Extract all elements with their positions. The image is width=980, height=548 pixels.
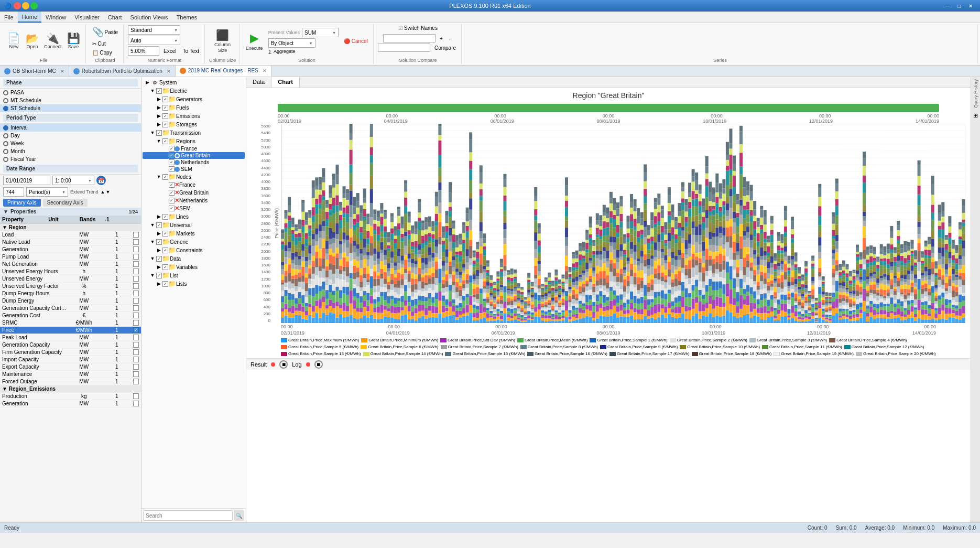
data-tab[interactable]: Data xyxy=(246,77,271,88)
prop-load[interactable]: LoadMW1 xyxy=(0,231,141,239)
constraints-check[interactable] xyxy=(162,248,168,253)
menu-file[interactable]: File xyxy=(0,12,18,23)
pasa-row[interactable]: PASA xyxy=(0,89,141,96)
tab-close-gb[interactable]: ✕ xyxy=(60,69,64,74)
storages-expand[interactable]: ▶ xyxy=(155,122,162,127)
tab-close-2019mc[interactable]: ✕ xyxy=(263,68,267,73)
compare-input1[interactable] xyxy=(383,34,435,42)
prop-export-cap[interactable]: Export CapacityMW1 xyxy=(0,363,141,371)
menu-visualizer[interactable]: Visualizer xyxy=(70,12,104,23)
tree-nodes-france[interactable]: ✕ France xyxy=(143,181,245,189)
phase-header[interactable]: Phase xyxy=(3,79,138,87)
prop-unserved-factor-check[interactable] xyxy=(133,283,139,289)
close-button[interactable]: ✕ xyxy=(965,2,976,10)
excel-button[interactable]: Excel xyxy=(161,47,178,55)
search-icon[interactable]: 🔍 xyxy=(234,510,244,521)
tree-data[interactable]: ▼ 📁 Data xyxy=(143,254,245,263)
tree-emissions[interactable]: ▶ 📁 Emissions xyxy=(143,112,245,120)
prop-forced-outage[interactable]: Forced OutageMW1 xyxy=(0,378,141,385)
prop-price[interactable]: Price€/MWh1 xyxy=(0,327,141,334)
tree-nodes-sem[interactable]: ✕ SEM xyxy=(143,205,245,212)
electric-expand[interactable]: ▼ xyxy=(149,88,156,93)
chart-tab[interactable]: Chart xyxy=(271,77,300,88)
regions-check[interactable] xyxy=(162,138,168,144)
lines-check[interactable] xyxy=(162,214,168,220)
period-up[interactable]: ▲ xyxy=(101,189,105,195)
tree-nodes[interactable]: ▼ 📁 Nodes xyxy=(143,173,245,181)
lists-expand[interactable]: ▶ xyxy=(155,281,162,286)
prop-generation[interactable]: GenerationMW1 xyxy=(0,246,141,253)
start-time-dropdown[interactable]: 1: 0:00 xyxy=(52,176,94,185)
prop-gen-cost-check[interactable] xyxy=(133,313,139,318)
timeline-bar[interactable] xyxy=(278,104,939,112)
tree-nodes-netherlands[interactable]: ✕ Netherlands xyxy=(143,197,245,205)
prop-generation-check[interactable] xyxy=(133,246,139,252)
tree-system[interactable]: ▶ ⚙ System xyxy=(143,78,245,87)
cut-button[interactable]: ✂ Cut xyxy=(90,40,121,48)
mt-schedule-row[interactable]: MT Schedule xyxy=(0,96,141,104)
markets-check[interactable] xyxy=(162,231,168,237)
copy-button[interactable]: 📋 Copy xyxy=(90,49,121,57)
prop-native-load-check[interactable] xyxy=(133,239,139,245)
france-check[interactable] xyxy=(169,146,175,152)
tree-variables[interactable]: ▶ 📁 Variables xyxy=(143,263,245,271)
tree-nodes-gb[interactable]: ✕ Great Britain xyxy=(143,189,245,197)
month-row[interactable]: Month xyxy=(0,147,141,155)
fuels-expand[interactable]: ▶ xyxy=(155,105,162,110)
execute-button[interactable]: ▶ Execute xyxy=(244,30,265,52)
universal-expand[interactable]: ▼ xyxy=(149,222,156,228)
minimize-button[interactable]: ─ xyxy=(942,2,953,10)
compare-input2[interactable] xyxy=(378,44,430,52)
lines-expand[interactable]: ▶ xyxy=(155,214,162,219)
tree-universal[interactable]: ▼ 📁 Universal xyxy=(143,221,245,229)
variables-expand[interactable]: ▶ xyxy=(155,264,162,270)
nodes-expand[interactable]: ▼ xyxy=(155,174,162,179)
tree-sem[interactable]: SEM xyxy=(143,166,245,173)
save-button[interactable]: 💾 Save xyxy=(65,32,82,50)
prop-forced-outage-check[interactable] xyxy=(133,379,139,384)
nodes-netherlands-check[interactable] xyxy=(169,198,175,203)
prop-production-check[interactable] xyxy=(133,393,139,399)
tab-close-robertstown[interactable]: ✕ xyxy=(167,69,171,74)
regions-expand[interactable]: ▼ xyxy=(155,138,162,144)
tree-storages[interactable]: ▶ 📁 Storages xyxy=(143,120,245,128)
prop-import-cap[interactable]: Import CapacityMW1 xyxy=(0,356,141,363)
lists-check[interactable] xyxy=(162,281,168,287)
nodes-gb-check[interactable] xyxy=(169,190,175,196)
log-stop-button[interactable]: ⏹ xyxy=(314,360,323,369)
interval-row[interactable]: Interval xyxy=(0,124,141,132)
properties-header[interactable]: ▼ Properties 1/24 xyxy=(0,208,141,216)
numeric-value-input[interactable] xyxy=(128,46,159,56)
cancel-button[interactable]: 🔴 Cancel xyxy=(342,37,370,45)
tree-france[interactable]: France xyxy=(143,145,245,152)
paste-button[interactable]: 📎 Paste xyxy=(90,25,121,39)
sem-check[interactable] xyxy=(169,166,175,172)
emissions-check[interactable] xyxy=(162,113,168,119)
prop-generation2[interactable]: GenerationMW1 xyxy=(0,400,141,407)
tree-search-input[interactable] xyxy=(143,510,233,521)
gb-check[interactable] xyxy=(169,153,175,158)
prop-price-check[interactable] xyxy=(133,327,139,333)
tree-great-britain[interactable]: Great Britain xyxy=(143,152,245,159)
sum-dropdown[interactable]: SUM xyxy=(302,28,339,37)
prop-gen-cap[interactable]: Generation CapacityMW1 xyxy=(0,341,141,349)
prop-unserved-hours-check[interactable] xyxy=(133,268,139,274)
tree-list[interactable]: ▼ 📁 List xyxy=(143,271,245,280)
menu-solution-views[interactable]: Solution Views xyxy=(126,12,172,23)
prop-native-load[interactable]: Native LoadMW1 xyxy=(0,239,141,246)
prop-generation2-check[interactable] xyxy=(133,401,139,406)
prop-gen-cost[interactable]: Generation Cost€1 xyxy=(0,312,141,319)
tree-markets[interactable]: ▶ 📁 Markets xyxy=(143,229,245,238)
auto-dropdown[interactable]: Auto xyxy=(128,36,180,45)
menu-home[interactable]: Home xyxy=(18,12,41,23)
generic-check[interactable] xyxy=(156,239,162,245)
to-text-button[interactable]: To Text xyxy=(181,47,202,55)
column-size-button[interactable]: ⬛ Column Size xyxy=(212,28,233,54)
prop-maintenance[interactable]: MaintenanceMW1 xyxy=(0,371,141,378)
prop-srmc[interactable]: SRMC€/MWh1 xyxy=(0,319,141,327)
tree-constraints[interactable]: ▶ 📁 Constraints xyxy=(143,246,245,254)
period-unit-dropdown[interactable]: Period(s) xyxy=(26,187,68,197)
prop-gen-cap-curtailed-check[interactable] xyxy=(133,305,139,311)
query-history-label[interactable]: Query History xyxy=(973,77,978,110)
prop-production[interactable]: Productionkg1 xyxy=(0,393,141,400)
